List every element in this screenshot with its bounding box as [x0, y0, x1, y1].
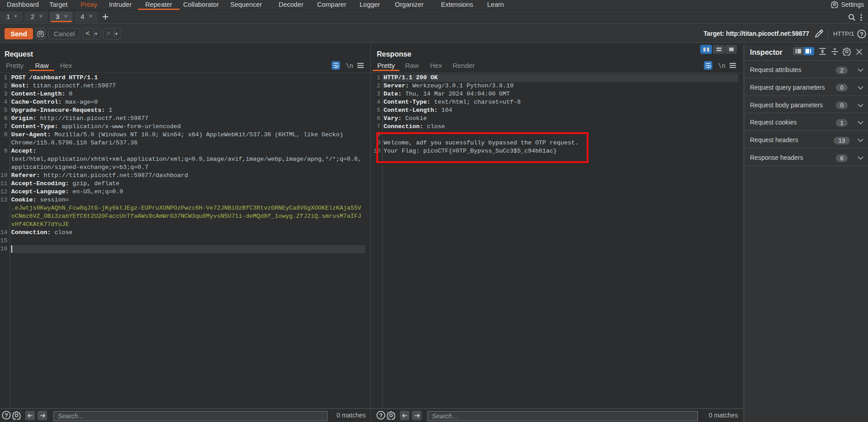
svg-text:?: ?	[379, 412, 383, 419]
svg-text:?: ?	[860, 31, 863, 38]
svg-text:?: ?	[5, 412, 8, 419]
